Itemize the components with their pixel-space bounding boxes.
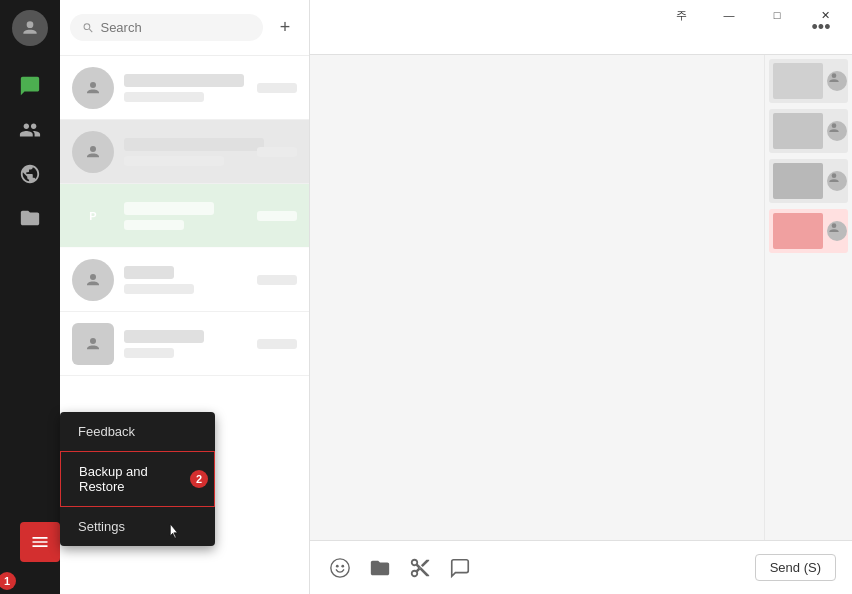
context-menu-settings[interactable]: Settings [60, 507, 215, 546]
backup-badge: 2 [190, 470, 208, 488]
thumb-item [769, 109, 848, 153]
folder-button[interactable] [366, 554, 394, 582]
svg-point-1 [90, 82, 96, 88]
chat-item[interactable]: P [60, 184, 309, 248]
svg-point-6 [832, 123, 837, 128]
menu-badge: 1 [0, 572, 16, 590]
chat-name [124, 74, 244, 87]
chat-info [124, 74, 253, 102]
window-chrome: 주 — □ ✕ [658, 0, 852, 30]
right-panel [764, 55, 852, 540]
chat-preview [124, 92, 204, 102]
chat-bubble-button[interactable] [446, 554, 474, 582]
chat-name [124, 266, 174, 279]
send-button[interactable]: Send (S) [755, 554, 836, 581]
thumb-image [773, 113, 823, 149]
avatar [72, 131, 114, 173]
svg-point-7 [832, 173, 837, 178]
sidebar-item-discover[interactable] [10, 154, 50, 194]
chat-item[interactable] [60, 312, 309, 376]
menu-button[interactable] [20, 522, 60, 562]
chat-info [124, 330, 253, 358]
thumb-image [773, 213, 823, 249]
avatar [72, 323, 114, 365]
svg-point-5 [832, 73, 837, 78]
svg-point-10 [336, 564, 339, 567]
thumb-image [773, 63, 823, 99]
emoji-button[interactable] [326, 554, 354, 582]
search-input[interactable] [100, 20, 251, 35]
sidebar-item-folder[interactable] [10, 198, 50, 238]
avatar [72, 67, 114, 109]
svg-point-4 [90, 338, 96, 344]
thumb-avatar [827, 221, 847, 241]
chat-item[interactable] [60, 56, 309, 120]
thumb-avatar [827, 171, 847, 191]
chat-name [124, 330, 204, 343]
search-icon [82, 21, 94, 35]
chat-preview [124, 156, 224, 166]
chat-time [257, 275, 297, 285]
chat-preview [124, 348, 174, 358]
thumb-item [769, 159, 848, 203]
chat-preview [124, 284, 194, 294]
minimize-button[interactable]: — [706, 0, 752, 30]
chat-item[interactable] [60, 120, 309, 184]
search-input-wrap[interactable] [70, 14, 263, 41]
icon-sidebar: 1 [0, 0, 60, 594]
chat-name [124, 138, 264, 151]
thumb-image [773, 163, 823, 199]
thumb-item [769, 59, 848, 103]
svg-point-9 [331, 558, 349, 576]
lang-button[interactable]: 주 [658, 0, 704, 30]
chat-footer: Send (S) [310, 540, 852, 594]
chat-item[interactable] [60, 248, 309, 312]
chat-time [257, 147, 297, 157]
chat-info [124, 266, 253, 294]
search-bar: + [60, 0, 309, 56]
svg-point-11 [341, 564, 344, 567]
context-menu-feedback[interactable]: Feedback [60, 412, 215, 451]
chat-time [257, 339, 297, 349]
context-menu: Feedback Backup and Restore 2 Settings [60, 412, 215, 546]
add-button[interactable]: + [271, 14, 299, 42]
close-button[interactable]: ✕ [802, 0, 848, 30]
context-menu-backup-restore[interactable]: Backup and Restore 2 [60, 451, 215, 507]
svg-point-8 [832, 223, 837, 228]
sidebar-item-contacts[interactable] [10, 110, 50, 150]
scissors-button[interactable] [406, 554, 434, 582]
avatar [72, 259, 114, 301]
chat-info [124, 138, 253, 166]
svg-point-2 [90, 146, 96, 152]
chat-item-inner[interactable] [60, 184, 309, 248]
sidebar-item-messages[interactable] [10, 66, 50, 106]
user-avatar[interactable] [12, 10, 48, 46]
chat-time [257, 83, 297, 93]
maximize-button[interactable]: □ [754, 0, 800, 30]
thumb-avatar [827, 121, 847, 141]
thumb-item [769, 209, 848, 253]
thumb-avatar [827, 71, 847, 91]
svg-point-3 [90, 274, 96, 280]
svg-point-0 [27, 21, 34, 28]
